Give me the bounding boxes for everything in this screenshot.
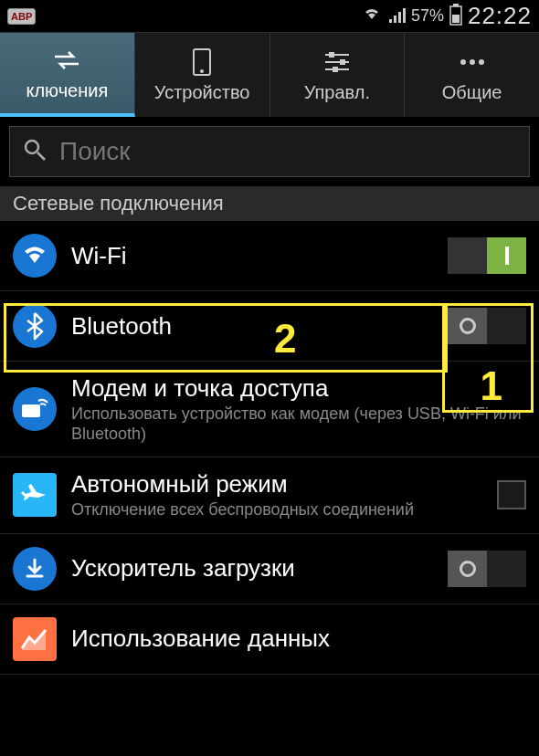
device-icon [193,47,211,77]
wifi-icon [362,6,382,26]
setting-title: Wi-Fi [71,242,433,270]
tab-device[interactable]: Устройство [135,33,270,117]
airplane-icon [13,473,57,517]
abp-icon: ABP [7,8,36,25]
more-icon [459,47,486,77]
tab-label: Устройство [154,82,250,103]
airplane-checkbox[interactable] [497,480,526,509]
connections-icon [51,46,82,75]
tab-label: Общие [442,82,502,103]
wifi-toggle[interactable] [448,237,526,274]
svg-point-9 [470,59,475,65]
svg-rect-5 [329,52,334,58]
tab-label: Управл. [304,82,370,103]
clock: 22:22 [468,2,532,30]
tab-connections[interactable]: ключения [0,33,135,117]
tethering-icon [13,387,57,431]
svg-rect-13 [22,404,40,417]
download-booster-icon [13,547,57,591]
signal-icon [387,6,406,26]
svg-point-4 [200,69,204,73]
setting-subtitle: Использовать устройство как модем (через… [71,404,526,444]
section-header-network: Сетевые подключения [0,186,539,221]
tab-general[interactable]: Общие [405,33,539,117]
svg-point-8 [460,59,466,65]
search-input[interactable] [59,137,516,166]
setting-title: Bluetooth [71,312,433,341]
tab-label: ключения [26,80,108,101]
data-usage-icon [13,617,57,661]
battery-percent: 57% [411,6,444,26]
wifi-icon [13,234,57,278]
setting-title: Ускоритель загрузки [71,554,433,583]
setting-download-booster[interactable]: Ускоритель загрузки [0,534,539,604]
search-icon [23,138,47,165]
svg-rect-6 [340,59,345,65]
battery-icon [449,4,462,29]
bluetooth-icon [13,304,57,348]
setting-bluetooth[interactable]: Bluetooth [0,291,539,362]
setting-subtitle: Отключение всех беспроводных соединений [71,500,482,520]
setting-data-usage[interactable]: Использование данных [0,604,539,675]
bluetooth-toggle[interactable] [448,308,526,344]
setting-title: Использование данных [71,625,526,653]
booster-toggle[interactable] [448,551,526,587]
svg-line-12 [37,152,45,160]
svg-rect-2 [452,15,460,23]
setting-airplane[interactable]: Автономный режим Отключение всех беспров… [0,457,539,534]
search-box[interactable] [9,126,530,177]
tab-controls[interactable]: Управл. [270,33,406,117]
setting-title: Автономный режим [71,470,482,499]
svg-point-10 [479,59,484,65]
setting-wifi[interactable]: Wi-Fi [0,221,539,291]
sliders-icon [323,47,351,77]
setting-title: Модем и точка доступа [71,374,526,403]
svg-rect-7 [333,67,338,72]
status-bar: ABP 57% 22:22 [0,0,539,33]
setting-tethering[interactable]: Модем и точка доступа Использовать устро… [0,362,539,457]
svg-point-11 [26,141,38,153]
settings-tabs: ключения Устройство Управл. Общие [0,33,539,117]
